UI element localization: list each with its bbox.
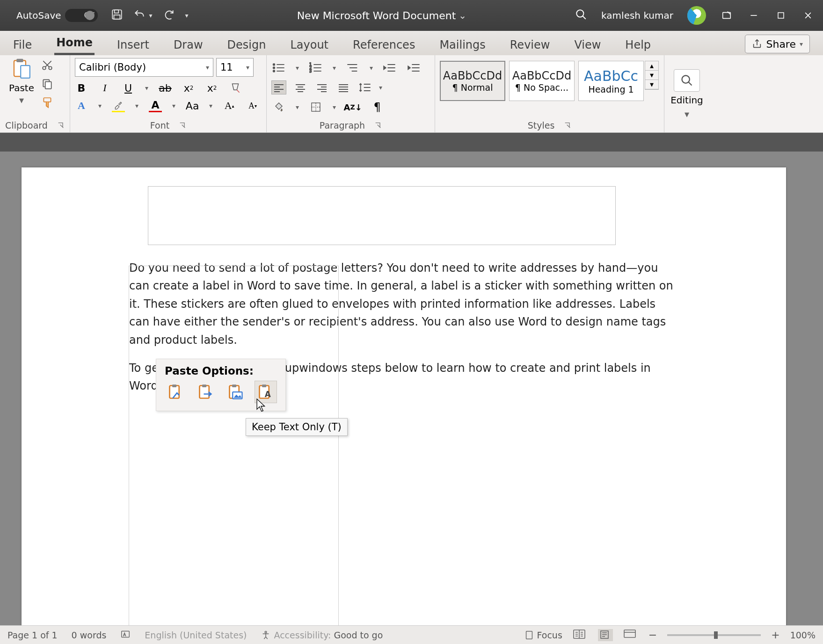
tab-home[interactable]: Home	[54, 32, 95, 55]
tab-layout[interactable]: Layout	[288, 35, 330, 55]
increase-font-button[interactable]: A▴	[223, 99, 236, 112]
tab-insert[interactable]: Insert	[115, 35, 151, 55]
zoom-out-button[interactable]: −	[648, 629, 657, 641]
styles-scroll-up[interactable]: ▴	[645, 61, 658, 71]
close-button[interactable]	[801, 9, 815, 22]
status-proofing-icon[interactable]	[120, 629, 131, 641]
web-layout-button[interactable]	[623, 629, 638, 641]
tab-help[interactable]: Help	[623, 35, 653, 55]
sort-button[interactable]: AZ↓	[345, 100, 360, 114]
zoom-level[interactable]: 100%	[790, 630, 816, 640]
editing-dropdown[interactable]: ▾	[685, 109, 689, 120]
bullets-dropdown[interactable]: ▾	[296, 64, 299, 72]
italic-button[interactable]: I	[98, 81, 111, 94]
style-no-spacing[interactable]: AaBbCcDd ¶ No Spac...	[509, 61, 575, 101]
change-case-button[interactable]: Aa	[186, 99, 199, 112]
shading-dropdown[interactable]: ▾	[296, 103, 299, 111]
multilevel-button[interactable]	[345, 61, 360, 75]
multilevel-dropdown[interactable]: ▾	[370, 64, 373, 72]
text-effects-button[interactable]: A	[75, 99, 88, 112]
decrease-font-button[interactable]: A▾	[246, 99, 259, 112]
search-icon[interactable]	[575, 8, 587, 22]
increase-indent-button[interactable]	[407, 61, 422, 75]
highlight-dropdown[interactable]: ▾	[135, 102, 138, 109]
copy-button[interactable]	[41, 78, 53, 92]
line-spacing-button[interactable]	[357, 80, 372, 94]
paragraph-dialog-launcher[interactable]	[374, 122, 382, 129]
style-normal[interactable]: AaBbCcDd ¶ Normal	[440, 61, 505, 101]
cut-button[interactable]	[41, 59, 53, 73]
tab-draw[interactable]: Draw	[172, 35, 205, 55]
font-dialog-launcher[interactable]	[179, 122, 186, 129]
tab-review[interactable]: Review	[508, 35, 552, 55]
align-right-button[interactable]	[314, 80, 329, 94]
tab-view[interactable]: View	[572, 35, 603, 55]
document-title[interactable]: New Microsoft Word Document ⌄	[189, 10, 575, 22]
status-language[interactable]: English (United States)	[145, 630, 247, 640]
undo-dropdown[interactable]: ▾	[149, 12, 153, 19]
tab-file[interactable]: File	[11, 35, 34, 55]
subscript-button[interactable]: x2	[182, 81, 195, 94]
styles-expand[interactable]: ▾	[645, 80, 658, 89]
paste-keep-source-formatting[interactable]	[165, 381, 187, 403]
text-box[interactable]	[148, 186, 616, 245]
tab-references[interactable]: References	[351, 35, 417, 55]
tab-mailings[interactable]: Mailings	[437, 35, 487, 55]
bullets-button[interactable]	[271, 61, 286, 75]
tab-design[interactable]: Design	[226, 35, 268, 55]
paste-merge-formatting[interactable]	[195, 381, 217, 403]
status-page[interactable]: Page 1 of 1	[7, 630, 58, 640]
underline-dropdown[interactable]: ▾	[145, 84, 148, 92]
justify-button[interactable]	[336, 80, 351, 94]
show-marks-button[interactable]: ¶	[370, 100, 385, 114]
align-left-button[interactable]	[271, 80, 286, 94]
save-icon[interactable]	[111, 8, 123, 22]
clipboard-dialog-launcher[interactable]	[57, 122, 65, 129]
print-layout-button[interactable]	[598, 629, 613, 641]
autosave-toggle[interactable]: Off	[65, 9, 98, 22]
decrease-indent-button[interactable]	[382, 61, 397, 75]
maximize-button[interactable]	[774, 9, 787, 22]
redo-button[interactable]	[163, 8, 175, 22]
styles-scroll-down[interactable]: ▾	[645, 71, 658, 80]
qat-customize[interactable]: ▾	[185, 12, 189, 19]
read-mode-button[interactable]	[573, 629, 588, 641]
zoom-slider[interactable]	[667, 634, 761, 636]
clear-formatting-button[interactable]	[229, 81, 242, 94]
ribbon-display-options[interactable]	[720, 9, 733, 22]
chevron-down-icon[interactable]: ▾	[19, 94, 24, 106]
autosave-control[interactable]: AutoSave Off	[16, 9, 98, 22]
font-name-selector[interactable]: Calibri (Body)▾	[75, 58, 213, 77]
paste-button[interactable]: Paste ▾	[5, 58, 38, 106]
font-color-dropdown[interactable]: ▾	[172, 102, 175, 109]
paste-picture[interactable]	[225, 381, 247, 403]
format-painter-button[interactable]	[41, 96, 53, 110]
shading-button[interactable]	[271, 100, 286, 114]
align-center-button[interactable]	[293, 80, 308, 94]
borders-dropdown[interactable]: ▾	[333, 103, 336, 111]
find-button[interactable]	[674, 69, 700, 92]
minimize-button[interactable]	[747, 9, 760, 22]
status-accessibility[interactable]: Accessibility: Good to go	[261, 630, 383, 640]
font-color-button[interactable]: A	[149, 99, 162, 112]
underline-button[interactable]: U	[122, 81, 135, 94]
strikethrough-button[interactable]: ab	[159, 81, 172, 94]
zoom-in-button[interactable]: +	[771, 629, 779, 641]
change-case-dropdown[interactable]: ▾	[209, 102, 212, 109]
undo-button[interactable]	[133, 8, 146, 22]
styles-dialog-launcher[interactable]	[564, 122, 571, 129]
text-effects-dropdown[interactable]: ▾	[98, 102, 102, 109]
style-heading-1[interactable]: AaBbCc Heading 1	[578, 61, 644, 101]
styles-scroll[interactable]: ▴ ▾ ▾	[645, 61, 659, 90]
numbering-button[interactable]: 123	[308, 61, 323, 75]
share-button[interactable]: Share ▾	[745, 35, 810, 53]
line-spacing-dropdown[interactable]: ▾	[379, 84, 382, 91]
bold-button[interactable]: B	[75, 81, 88, 94]
borders-button[interactable]	[308, 100, 323, 114]
account-name[interactable]: kamlesh kumar	[601, 10, 673, 21]
status-words[interactable]: 0 words	[72, 630, 107, 640]
font-size-selector[interactable]: 11▾	[216, 58, 254, 77]
highlight-button[interactable]	[112, 99, 125, 112]
account-avatar[interactable]	[687, 6, 706, 25]
numbering-dropdown[interactable]: ▾	[333, 64, 336, 72]
